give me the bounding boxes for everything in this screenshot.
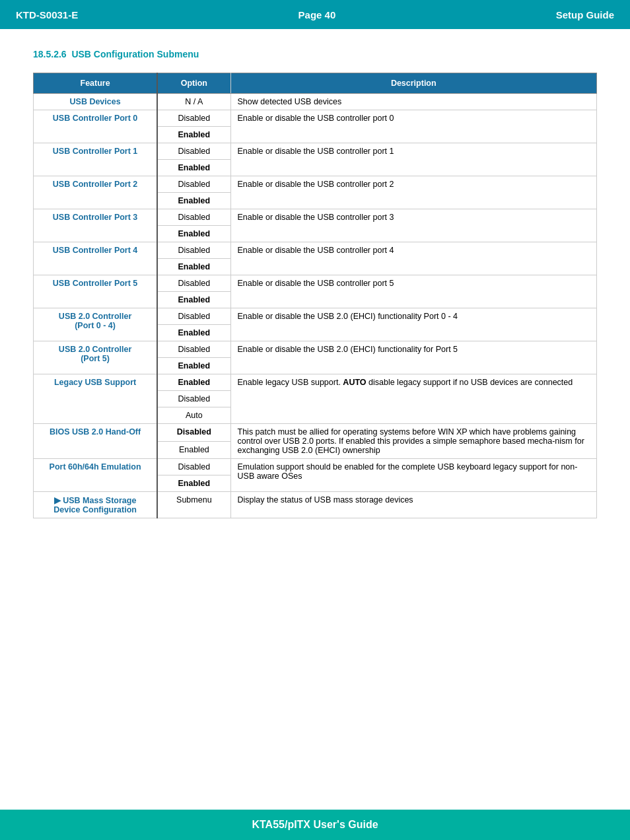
option-cell: Auto: [157, 407, 230, 424]
option-cell: Enabled: [157, 193, 230, 209]
feature-cell: BIOS USB 2.0 Hand-Off: [34, 424, 158, 459]
footer-product: KTA55/pITX: [252, 819, 310, 830]
feature-cell: Port 60h/64h Emulation: [34, 459, 158, 492]
table-row: USB 2.0 Controller(Port 0 - 4)DisabledEn…: [34, 308, 597, 325]
feature-cell: USB 2.0 Controller(Port 5): [34, 341, 158, 374]
option-cell: Disabled: [157, 391, 230, 407]
feature-cell: USB Devices: [34, 94, 158, 110]
table-header-row: Feature Option Description: [34, 73, 597, 94]
option-cell: N / A: [157, 94, 230, 110]
table-row: Port 60h/64h EmulationDisabledEmulation …: [34, 459, 597, 475]
table-row: USB DevicesN / AShow detected USB device…: [34, 94, 597, 110]
desc-cell: Enable legacy USB support. AUTO disable …: [230, 374, 596, 424]
table-row: USB Controller Port 4DisabledEnable or d…: [34, 242, 597, 259]
desc-cell: Emulation support should be enabled for …: [230, 459, 596, 492]
desc-cell: Enable or disable the USB controller por…: [230, 209, 596, 242]
table-row: ▶ USB Mass StorageDevice ConfigurationSu…: [34, 492, 597, 518]
feature-cell: Legacy USB Support: [34, 374, 158, 424]
feature-cell: USB Controller Port 0: [34, 110, 158, 143]
option-cell: Enabled: [157, 325, 230, 341]
table-row: USB Controller Port 1DisabledEnable or d…: [34, 143, 597, 160]
option-cell: Enabled: [157, 441, 230, 459]
option-cell: Enabled: [157, 292, 230, 308]
desc-cell: Enable or disable the USB controller por…: [230, 242, 596, 275]
feature-cell: USB Controller Port 1: [34, 143, 158, 176]
option-cell: Disabled: [157, 459, 230, 475]
col-header-desc: Description: [230, 73, 596, 94]
desc-cell: This patch must be allied for operating …: [230, 424, 596, 459]
option-cell: Disabled: [157, 110, 230, 127]
feature-cell: USB Controller Port 2: [34, 176, 158, 209]
col-header-option: Option: [157, 73, 230, 94]
desc-cell: Enable or disable the USB controller por…: [230, 110, 596, 143]
desc-cell: Show detected USB devices: [230, 94, 596, 110]
table-row: USB Controller Port 2DisabledEnable or d…: [34, 176, 597, 193]
option-cell: Disabled: [157, 242, 230, 259]
table-row: USB Controller Port 0DisabledEnable or d…: [34, 110, 597, 127]
option-cell: Enabled: [157, 160, 230, 176]
feature-cell: USB Controller Port 5: [34, 275, 158, 308]
option-cell: Enabled: [157, 358, 230, 374]
desc-cell: Enable or disable the USB controller por…: [230, 176, 596, 209]
option-cell: Disabled: [157, 275, 230, 292]
option-cell: Enabled: [157, 226, 230, 242]
option-cell: Enabled: [157, 475, 230, 492]
option-cell: Disabled: [157, 143, 230, 160]
option-cell: Disabled: [157, 308, 230, 325]
page-footer: KTA55/pITX User's Guide: [0, 810, 630, 840]
page-header: KTD-S0031-E Page 40 Setup Guide: [0, 0, 630, 29]
option-cell: Disabled: [157, 341, 230, 358]
feature-cell: USB Controller Port 3: [34, 209, 158, 242]
desc-cell: Enable or disable the USB controller por…: [230, 275, 596, 308]
option-cell: Enabled: [157, 127, 230, 143]
main-content: 18.5.2.6 USB Configuration Submenu Featu…: [0, 29, 630, 571]
desc-cell: Enable or disable the USB 2.0 (EHCI) fun…: [230, 341, 596, 374]
feature-cell: USB 2.0 Controller(Port 0 - 4): [34, 308, 158, 341]
desc-cell: Enable or disable the USB controller por…: [230, 143, 596, 176]
header-left: KTD-S0031-E: [16, 9, 78, 20]
option-cell: Disabled: [157, 209, 230, 226]
option-cell: Enabled: [157, 259, 230, 275]
feature-cell: USB Controller Port 4: [34, 242, 158, 275]
table-row: USB Controller Port 3DisabledEnable or d…: [34, 209, 597, 226]
desc-cell: Display the status of USB mass storage d…: [230, 492, 596, 518]
feature-cell: ▶ USB Mass StorageDevice Configuration: [34, 492, 158, 518]
header-right: Setup Guide: [556, 9, 614, 20]
table-row: Legacy USB SupportEnabledEnable legacy U…: [34, 374, 597, 391]
header-center: Page 40: [298, 9, 336, 20]
table-row: BIOS USB 2.0 Hand-OffDisabledThis patch …: [34, 424, 597, 442]
desc-cell: Enable or disable the USB 2.0 (EHCI) fun…: [230, 308, 596, 341]
table-row: USB 2.0 Controller(Port 5)DisabledEnable…: [34, 341, 597, 358]
option-cell: Disabled: [157, 424, 230, 442]
option-cell: Disabled: [157, 176, 230, 193]
col-header-feature: Feature: [34, 73, 158, 94]
footer-suffix: User's Guide: [310, 819, 378, 830]
option-cell: Submenu: [157, 492, 230, 518]
table-row: USB Controller Port 5DisabledEnable or d…: [34, 275, 597, 292]
option-cell: Enabled: [157, 374, 230, 391]
section-title: 18.5.2.6 USB Configuration Submenu: [33, 49, 597, 59]
config-table: Feature Option Description USB DevicesN …: [33, 73, 597, 518]
